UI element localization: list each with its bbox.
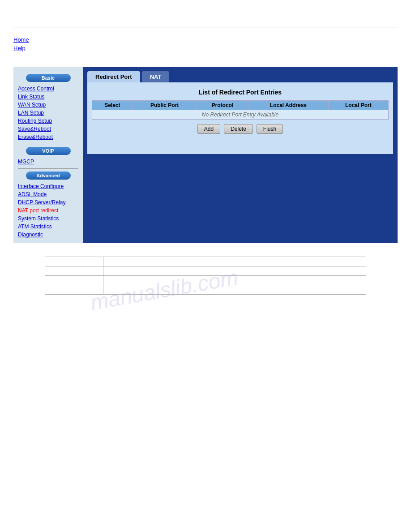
top-divider [13, 27, 398, 27]
table-cell-value-2 [103, 266, 366, 276]
col-local-address: Local Address [248, 101, 328, 110]
sidebar-link-routing-setup[interactable]: Routing Setup [13, 117, 83, 125]
table-cell-value-4 [103, 285, 366, 295]
col-public-port: Public Port [133, 101, 197, 110]
bottom-table-wrapper [45, 257, 366, 295]
tab-nat[interactable]: NAT [142, 71, 170, 82]
sidebar-link-nat-port-redirect[interactable]: NAT port redirect [13, 206, 83, 215]
top-link-1[interactable]: Home [13, 36, 398, 43]
col-select: Select [92, 101, 133, 110]
flush-button[interactable]: Flush [257, 124, 283, 134]
sidebar-link-diagnostic[interactable]: Diagnostic [13, 231, 83, 239]
col-local-port: Local Port [328, 101, 388, 110]
top-link-2[interactable]: Help [13, 45, 398, 51]
main-panel: Basic Access Control Link Status WAN Set… [13, 67, 398, 243]
sidebar-divider-2 [18, 168, 78, 169]
delete-button[interactable]: Delete [224, 124, 253, 134]
content-area: Redirect Port NAT List of Redirect Port … [83, 67, 398, 243]
table-cell-label-1 [45, 257, 103, 266]
voip-section-btn: VOIP [26, 147, 71, 155]
table-cell-label-3 [45, 276, 103, 285]
sidebar-link-link-status[interactable]: Link Status [13, 93, 83, 101]
sidebar-link-wan-setup[interactable]: WAN Setup [13, 101, 83, 109]
tabs-row: Redirect Port NAT [87, 71, 393, 82]
table-row [45, 276, 366, 285]
sidebar-link-mgcp[interactable]: MGCP [13, 158, 83, 166]
basic-section-btn: Basic [26, 74, 71, 82]
sidebar-link-dhcp-server-relay[interactable]: DHCP Server/Relay [13, 198, 83, 206]
inner-box: List of Redirect Port Entries Select Pub… [87, 82, 393, 154]
sidebar-link-adsl-mode[interactable]: ADSL Mode [13, 190, 83, 198]
bottom-table [45, 257, 366, 295]
sidebar-divider-1 [18, 144, 78, 144]
sidebar: Basic Access Control Link Status WAN Set… [13, 67, 83, 243]
table-cell-value-1 [103, 257, 366, 266]
table-cell-label-2 [45, 266, 103, 276]
sidebar-link-save-reboot[interactable]: Save&Reboot [13, 125, 83, 133]
table-row [45, 266, 366, 276]
action-buttons: Add Delete Flush [92, 124, 389, 134]
table-cell-label-4 [45, 285, 103, 295]
redirect-table: Select Public Port Protocol Local Addres… [92, 100, 389, 120]
sidebar-link-atm-statistics[interactable]: ATM Statistics [13, 223, 83, 231]
table-cell-value-3 [103, 276, 366, 285]
table-row [45, 285, 366, 295]
table-row [45, 257, 366, 266]
table-header-row: Select Public Port Protocol Local Addres… [92, 101, 389, 110]
no-entry-message: No Redirect Port Entry Available [92, 110, 389, 120]
advanced-section-btn: Advanced [26, 172, 71, 180]
sidebar-link-lan-setup[interactable]: LAN Setup [13, 109, 83, 117]
page-content: Home Help [0, 32, 411, 58]
col-protocol: Protocol [197, 101, 248, 110]
add-button[interactable]: Add [197, 124, 220, 134]
sidebar-link-erase-reboot[interactable]: Erase&Reboot [13, 133, 83, 141]
sidebar-link-access-control[interactable]: Access Control [13, 85, 83, 93]
no-entry-row: No Redirect Port Entry Available [92, 110, 389, 120]
sidebar-link-system-statistics[interactable]: System Statistics [13, 215, 83, 223]
inner-box-title: List of Redirect Port Entries [92, 89, 389, 96]
content-area-spacer [87, 154, 393, 226]
tab-redirect-port[interactable]: Redirect Port [87, 71, 140, 82]
sidebar-link-interface-configure[interactable]: Interface Configure [13, 182, 83, 190]
